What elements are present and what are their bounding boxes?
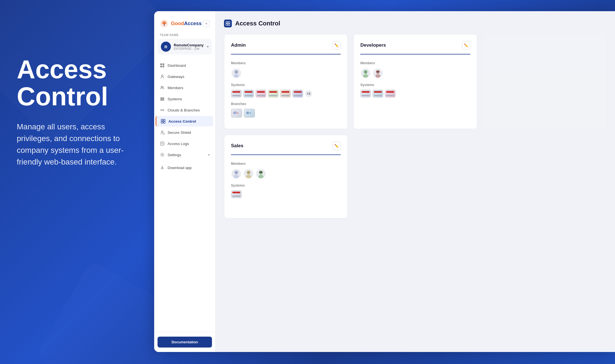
- svg-rect-14: [161, 119, 163, 121]
- svg-rect-26: [226, 24, 228, 25]
- developers-systems-chips: [360, 90, 470, 97]
- sidebar-item-settings[interactable]: Settings ▾: [156, 149, 213, 160]
- sidebar-item-access-logs[interactable]: Access Logs: [156, 138, 213, 149]
- svg-rect-11: [160, 100, 164, 101]
- svg-point-1: [163, 22, 165, 25]
- main-content: Access Control Admin ✏️ Members: [216, 11, 615, 352]
- sales-members-avatars: [231, 168, 341, 179]
- card-header-developers: Developers ✏️: [360, 41, 470, 54]
- avatar: [256, 168, 266, 179]
- svg-rect-32: [237, 112, 238, 114]
- developers-members-section: Members: [360, 61, 470, 78]
- admin-branches-section: Branches: [231, 102, 341, 118]
- sales-members-label: Members: [231, 162, 341, 166]
- hero-heading: Access Control: [17, 56, 137, 110]
- svg-rect-36: [249, 112, 251, 114]
- svg-point-43: [234, 175, 239, 179]
- sales-systems-section: Systems: [231, 184, 341, 198]
- svg-point-13: [163, 110, 164, 111]
- admin-systems-label: Systems: [231, 83, 341, 87]
- svg-rect-15: [163, 119, 165, 121]
- svg-point-38: [363, 74, 368, 78]
- avatar: [373, 68, 383, 78]
- svg-rect-9: [160, 97, 164, 98]
- sidebar-item-gateways-label: Gateways: [168, 75, 184, 79]
- chevron-down-icon: ▾: [208, 153, 210, 157]
- app-window: GoodAccess « TEAM NAME R RemoteCompany E…: [154, 11, 615, 352]
- system-chip: [243, 90, 254, 97]
- sidebar-item-dashboard[interactable]: Dashboard: [156, 60, 213, 71]
- svg-rect-16: [161, 122, 163, 123]
- member-avatar-sales-1: [232, 169, 241, 179]
- logo-icon: [160, 19, 169, 28]
- svg-rect-10: [160, 99, 164, 99]
- team-avatar: R: [161, 42, 171, 52]
- sales-members-section: Members: [231, 162, 341, 179]
- branch-chip: [244, 109, 255, 118]
- edit-admin-button[interactable]: ✏️: [332, 41, 341, 49]
- svg-rect-35: [247, 111, 248, 112]
- sidebar-item-secure-shield[interactable]: Secure Shield: [156, 127, 213, 138]
- system-chip: [231, 190, 242, 198]
- sidebar-item-settings-label: Settings: [168, 153, 181, 157]
- edit-sales-button[interactable]: ✏️: [332, 142, 341, 150]
- systems-icon: [160, 96, 165, 101]
- branch-icon: [233, 110, 240, 116]
- sidebar-item-gateways[interactable]: Gateways: [156, 71, 213, 82]
- access-logs-icon: [160, 141, 165, 146]
- svg-rect-2: [160, 63, 162, 65]
- svg-rect-41: [376, 71, 380, 72]
- svg-point-8: [163, 86, 164, 87]
- sidebar-item-download[interactable]: Download app: [156, 162, 213, 173]
- member-avatar-1: [232, 68, 241, 78]
- branch-chip: [231, 109, 242, 118]
- system-chip: [256, 90, 266, 97]
- svg-rect-17: [163, 122, 165, 123]
- team-name: RemoteCompany: [174, 43, 204, 47]
- svg-point-23: [162, 154, 163, 156]
- svg-point-40: [375, 74, 380, 78]
- svg-point-44: [247, 171, 251, 174]
- team-info: RemoteCompany ENTERPRISE · 12M: [174, 43, 204, 50]
- svg-point-45: [246, 175, 251, 179]
- hero-description: Manage all users, access privileges, and…: [17, 121, 137, 168]
- member-avatar-dev-1: [361, 68, 370, 78]
- team-selector[interactable]: R RemoteCompany ENTERPRISE · 12M ▾: [158, 39, 212, 54]
- sidebar-item-members[interactable]: Members: [156, 82, 213, 93]
- download-icon: [160, 165, 165, 170]
- sidebar-item-access-control[interactable]: Access Control: [156, 116, 213, 127]
- sidebar-item-clouds-branches[interactable]: Clouds & Branches: [156, 105, 213, 115]
- plus-badge: +1: [305, 90, 313, 97]
- collapse-sidebar-button[interactable]: «: [203, 20, 210, 27]
- svg-point-47: [258, 175, 263, 179]
- svg-rect-25: [228, 22, 230, 23]
- system-chip: [231, 90, 242, 97]
- logo: GoodAccess: [160, 19, 202, 28]
- settings-icon: [160, 152, 165, 157]
- card-title-admin: Admin: [231, 42, 246, 48]
- system-chip: [360, 90, 371, 97]
- developers-systems-section: Systems: [360, 83, 470, 97]
- nav-list: Dashboard Gateways Members Systems: [154, 60, 215, 332]
- svg-point-6: [161, 75, 163, 77]
- svg-point-18: [162, 131, 163, 132]
- svg-point-12: [161, 110, 162, 111]
- chevron-down-icon: ▾: [207, 45, 209, 49]
- sidebar-item-systems[interactable]: Systems: [156, 94, 213, 104]
- cards-grid: Admin ✏️ Members Systems: [224, 34, 607, 218]
- sales-systems-label: Systems: [231, 184, 341, 187]
- edit-developers-button[interactable]: ✏️: [462, 41, 470, 49]
- svg-rect-3: [163, 63, 164, 65]
- developers-members-label: Members: [360, 61, 470, 65]
- sidebar-footer: Documentation: [154, 332, 215, 352]
- dashboard-icon: [160, 63, 165, 68]
- sidebar: GoodAccess « TEAM NAME R RemoteCompany E…: [154, 11, 216, 352]
- sidebar-item-systems-label: Systems: [168, 97, 182, 101]
- sidebar-item-access-logs-label: Access Logs: [168, 142, 189, 146]
- svg-point-37: [364, 70, 368, 74]
- avatar: [231, 68, 242, 78]
- documentation-button[interactable]: Documentation: [158, 337, 212, 348]
- system-chip: [280, 90, 291, 97]
- admin-systems-section: Systems +1: [231, 83, 341, 97]
- secure-shield-icon: [160, 130, 165, 135]
